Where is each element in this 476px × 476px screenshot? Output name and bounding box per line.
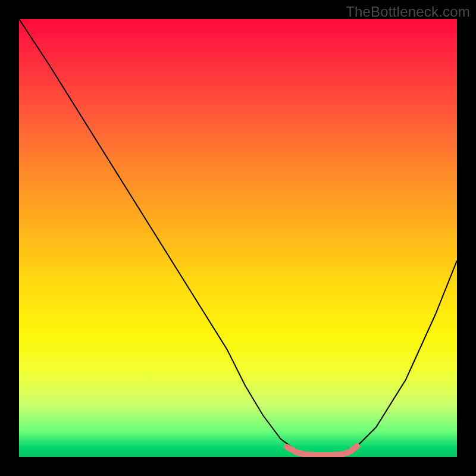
optimal-range-marker (287, 446, 357, 455)
chart-svg (19, 19, 457, 457)
watermark-text: TheBottleneck.com (346, 4, 470, 20)
bottleneck-curve (19, 19, 457, 455)
plot-area (19, 19, 457, 457)
